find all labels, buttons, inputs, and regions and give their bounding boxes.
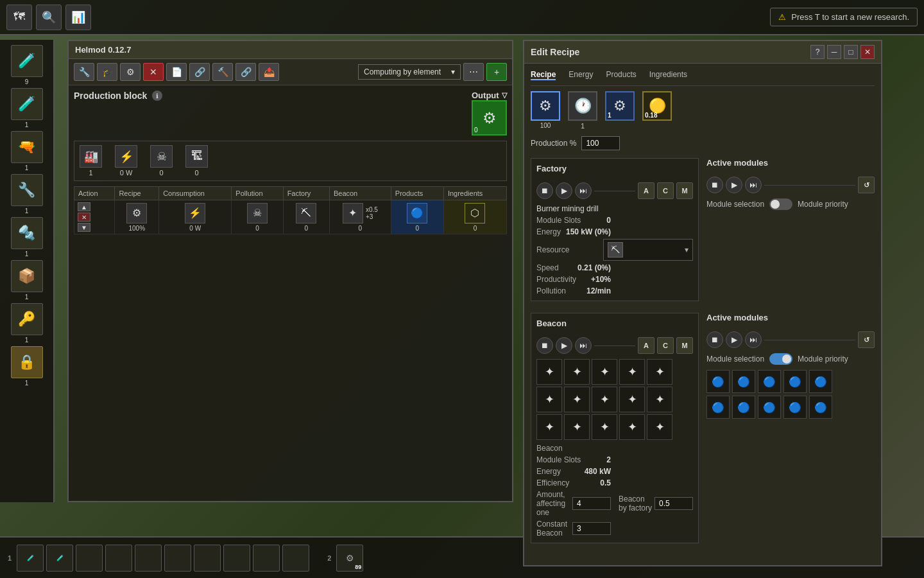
factory-skip-button[interactable]: ⏭ [575, 182, 592, 199]
module-slot-4[interactable]: 🔵 [809, 370, 832, 393]
add-button[interactable]: + [486, 63, 507, 81]
beacon-btn-a[interactable]: A [638, 337, 654, 354]
computing-dropdown[interactable]: Computing by element ▾ [358, 64, 461, 80]
constant-beacon-input[interactable] [572, 522, 611, 535]
fmod-btn-special[interactable]: ↺ [858, 177, 875, 193]
help-button[interactable]: ? [810, 45, 825, 59]
minimize-button[interactable]: ─ [827, 45, 841, 59]
module-slot-0[interactable]: 🔵 [706, 370, 730, 393]
fmod-stop-button[interactable]: ⏹ [706, 177, 723, 193]
more-button[interactable]: ⋯ [463, 63, 484, 81]
beacon-skip-button[interactable]: ⏭ [575, 337, 592, 354]
map-icon[interactable]: 🗺 [6, 4, 32, 30]
bottom-slot-8[interactable] [253, 545, 280, 572]
sidebar-item-5[interactable]: 📦 1 [8, 260, 46, 301]
bottom-slot-7[interactable] [223, 545, 250, 572]
beacon-by-factory-input[interactable] [654, 497, 693, 510]
td-factory[interactable]: ⛏ 0 [283, 200, 329, 234]
link-button[interactable]: 🔗 [189, 63, 210, 81]
beacon-cell-3[interactable]: ✦ [619, 359, 645, 385]
bottom-slot-1[interactable]: 🧪 [46, 545, 73, 572]
wrench-button[interactable]: 🔧 [74, 63, 94, 81]
module-slot-7[interactable]: 🔵 [758, 396, 781, 419]
sidebar-item-0[interactable]: 🧪 9 [8, 45, 46, 85]
export-button[interactable]: 📤 [259, 63, 279, 81]
sidebar-item-4[interactable]: 🔩 1 [8, 217, 46, 258]
bottom-slot-q2-0[interactable]: ⚙ 89 [336, 545, 363, 572]
beacon-stop-button[interactable]: ⏹ [536, 337, 553, 354]
search-icon[interactable]: 🔍 [36, 4, 62, 30]
td-ingredients[interactable]: ⬡ 0 [443, 200, 506, 234]
row-down-button[interactable]: ▼ [78, 223, 90, 232]
factory-btn-m[interactable]: M [676, 182, 693, 199]
factory-btn-a[interactable]: A [638, 182, 654, 199]
bmod-stop-button[interactable]: ⏹ [706, 331, 723, 348]
restore-button[interactable]: □ [844, 45, 858, 59]
fmod-play-button[interactable]: ▶ [726, 177, 742, 193]
resource-dropdown[interactable]: ⛏ ▾ [603, 239, 693, 261]
info-icon[interactable]: ℹ [152, 91, 162, 101]
doc-button[interactable]: 📄 [166, 63, 187, 81]
row-up-button[interactable]: ▲ [78, 202, 90, 211]
factory-module-toggle[interactable] [769, 198, 792, 210]
beacon-cell-9[interactable]: ✦ [647, 387, 672, 412]
module-slot-8[interactable]: 🔵 [783, 396, 807, 419]
stats-icon[interactable]: 📊 [65, 4, 91, 30]
output-box[interactable]: ⚙ 0 [472, 100, 507, 136]
bmod-btn-special[interactable]: ↺ [858, 331, 875, 348]
sidebar-item-6[interactable]: 🔑 1 [8, 303, 46, 344]
beacon-cell-4[interactable]: ✦ [647, 359, 672, 385]
bmod-skip-button[interactable]: ⏭ [745, 331, 762, 348]
beacon-cell-11[interactable]: ✦ [564, 414, 590, 440]
beacon-cell-6[interactable]: ✦ [564, 387, 590, 412]
tab-recipe[interactable]: Recipe [531, 70, 556, 80]
amount-affecting-input[interactable] [572, 497, 611, 510]
beacon-cell-0[interactable]: ✦ [536, 359, 562, 385]
td-products[interactable]: 🔵 0 [391, 200, 443, 234]
factory-stop-button[interactable]: ⏹ [536, 182, 553, 199]
tab-products[interactable]: Products [606, 70, 636, 80]
module-slot-6[interactable]: 🔵 [732, 396, 755, 419]
fmod-skip-button[interactable]: ⏭ [745, 177, 762, 193]
tab-ingredients[interactable]: Ingredients [649, 70, 687, 80]
beacon-module-toggle[interactable] [769, 353, 792, 365]
module-slot-9[interactable]: 🔵 [809, 396, 832, 419]
row-delete-button[interactable]: ✕ [78, 213, 90, 222]
bottom-slot-9[interactable] [282, 545, 309, 572]
ingredients-sprite-header[interactable]: 🟡 0.18 [642, 91, 672, 121]
sidebar-item-7[interactable]: 🔒 1 [8, 346, 46, 387]
sidebar-item-3[interactable]: 🔧 1 [8, 174, 46, 215]
beacon-cell-8[interactable]: ✦ [619, 387, 645, 412]
module-slot-3[interactable]: 🔵 [783, 370, 807, 393]
recipe-item-sprite[interactable]: ⚙ [531, 91, 560, 121]
module-slot-2[interactable]: 🔵 [758, 370, 781, 393]
production-pct-input[interactable] [581, 136, 620, 150]
sidebar-item-2[interactable]: 🔫 1 [8, 131, 46, 171]
bottom-slot-5[interactable] [164, 545, 191, 572]
beacon-cell-14[interactable]: ✦ [647, 414, 672, 440]
factory-play-button[interactable]: ▶ [556, 182, 572, 199]
tab-energy[interactable]: Energy [569, 70, 593, 80]
beacon-cell-5[interactable]: ✦ [536, 387, 562, 412]
module-slot-1[interactable]: 🔵 [732, 370, 755, 393]
close-button[interactable]: ✕ [860, 45, 875, 59]
bmod-play-button[interactable]: ▶ [726, 331, 742, 348]
factory-btn-c[interactable]: C [657, 182, 674, 199]
energy-sprite[interactable]: 🕐 [568, 91, 597, 121]
beacon-cell-2[interactable]: ✦ [592, 359, 617, 385]
bottom-slot-0[interactable]: 🧪 [17, 545, 44, 572]
bottom-slot-6[interactable] [194, 545, 221, 572]
study-button[interactable]: 🎓 [97, 63, 117, 81]
beacon-cell-13[interactable]: ✦ [619, 414, 645, 440]
hammer-button[interactable]: 🔨 [212, 63, 233, 81]
beacon-btn-c[interactable]: C [657, 337, 674, 354]
beacon-cell-12[interactable]: ✦ [592, 414, 617, 440]
bottom-slot-2[interactable] [76, 545, 103, 572]
td-beacon[interactable]: ✦ x0.5+3 0 [329, 200, 391, 234]
sidebar-item-1[interactable]: 🧪 1 [8, 88, 46, 128]
bottom-slot-4[interactable] [135, 545, 162, 572]
module-slot-5[interactable]: 🔵 [706, 396, 730, 419]
bottom-slot-3[interactable] [105, 545, 132, 572]
delete-button[interactable]: ✕ [143, 63, 164, 81]
gear-button[interactable]: ⚙ [120, 63, 141, 81]
